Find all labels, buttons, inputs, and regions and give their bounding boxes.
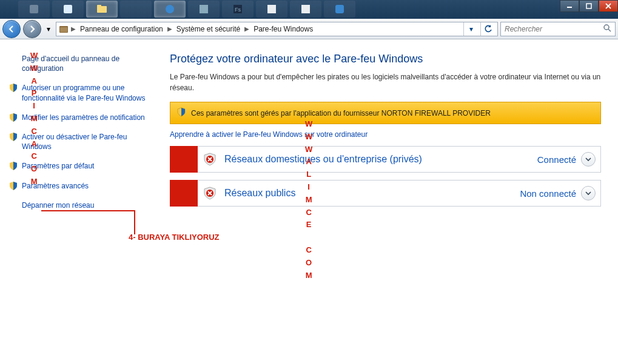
breadcrumb-separator[interactable]: ▶ xyxy=(167,25,172,32)
refresh-button[interactable] xyxy=(480,22,495,36)
address-dropdown[interactable]: ▾ xyxy=(463,22,478,36)
sidebar: Page d'accueil du panneau de configurati… xyxy=(0,39,158,364)
svg-rect-12 xyxy=(586,4,591,8)
svg-line-18 xyxy=(608,29,611,31)
network-color-strip xyxy=(170,146,198,173)
svg-rect-16 xyxy=(60,27,67,32)
taskbar-item[interactable]: Fs xyxy=(222,1,254,18)
window-controls xyxy=(560,0,618,12)
breadcrumb-item[interactable]: Système et sécurité xyxy=(175,24,242,35)
breadcrumb-item[interactable]: Panneau de configuration xyxy=(78,24,165,35)
control-panel-icon xyxy=(59,24,69,34)
breadcrumb-separator[interactable]: ▶ xyxy=(71,25,76,32)
breadcrumb-separator[interactable]: ▶ xyxy=(244,25,249,32)
sidebar-item-label: Paramètres par défaut xyxy=(22,162,94,170)
sidebar-item-label: Autoriser un programme ou une fonctionna… xyxy=(22,84,145,102)
sidebar-item-notification-settings[interactable]: Modifier les paramètres de notification xyxy=(8,110,149,125)
svg-rect-9 xyxy=(301,5,310,13)
network-panel-private[interactable]: Réseaux domestiques ou d'entreprise (pri… xyxy=(170,146,601,173)
svg-rect-3 xyxy=(97,5,101,7)
sidebar-item-advanced-settings[interactable]: Paramètres avancés xyxy=(8,179,149,193)
address-bar[interactable]: ▶ Panneau de configuration ▶ Système et … xyxy=(56,22,498,36)
taskbar-item[interactable] xyxy=(324,1,355,18)
nav-history-dropdown[interactable]: ▾ xyxy=(44,22,53,36)
content-pane: Protégez votre ordinateur avec le Pare-f… xyxy=(158,39,618,364)
network-status: Non connecté xyxy=(515,188,581,199)
network-color-strip xyxy=(170,180,198,207)
maximize-button[interactable] xyxy=(579,0,599,12)
sidebar-item-label: Modifier les paramètres de notification xyxy=(22,113,145,122)
minimize-button[interactable] xyxy=(560,0,579,12)
close-button[interactable] xyxy=(599,0,618,12)
taskbar-running-apps: Fs xyxy=(18,1,355,18)
taskbar-item-explorer[interactable] xyxy=(86,1,118,18)
network-panel-public[interactable]: Réseaux publics Non connecté xyxy=(170,180,601,207)
breadcrumb-item[interactable]: Pare-feu Windows xyxy=(252,24,315,35)
shield-error-icon xyxy=(198,153,222,166)
expand-button[interactable] xyxy=(581,186,596,200)
shield-icon xyxy=(8,113,18,125)
taskbar-item[interactable] xyxy=(18,1,50,18)
network-status: Connecté xyxy=(532,154,581,165)
sidebar-item-default-settings[interactable]: Paramètres par défaut xyxy=(8,159,149,173)
svg-rect-0 xyxy=(30,5,38,13)
sidebar-item-toggle-firewall[interactable]: Activer ou désactiver le Pare-feu Window… xyxy=(8,130,149,154)
learn-more-link[interactable]: Apprendre à activer le Pare-feu Windows … xyxy=(170,130,368,139)
taskbar-item[interactable] xyxy=(52,1,84,18)
sidebar-item-allow-program[interactable]: Autoriser un programme ou une fonctionna… xyxy=(8,81,149,105)
forward-button[interactable] xyxy=(23,20,41,38)
taskbar: Fs xyxy=(0,0,618,19)
alert-text: Ces paramètres sont gérés par l'applicat… xyxy=(191,109,491,117)
expand-button[interactable] xyxy=(581,152,596,167)
svg-point-4 xyxy=(166,5,174,13)
taskbar-item[interactable] xyxy=(154,1,186,18)
svg-rect-5 xyxy=(200,5,208,13)
sidebar-home-link[interactable]: Page d'accueil du panneau de configurati… xyxy=(8,51,149,76)
sidebar-item-troubleshoot[interactable]: Dépanner mon réseau xyxy=(8,198,149,213)
search-icon xyxy=(603,24,611,34)
page-title: Protégez votre ordinateur avec le Pare-f… xyxy=(170,53,601,65)
sidebar-item-label: Activer ou désactiver le Pare-feu Window… xyxy=(22,133,127,151)
svg-rect-8 xyxy=(267,5,276,13)
sidebar-item-label: Dépanner mon réseau xyxy=(22,201,94,210)
taskbar-item[interactable] xyxy=(290,1,321,18)
svg-rect-10 xyxy=(335,5,344,13)
explorer-navbar: ▾ ▶ Panneau de configuration ▶ Système e… xyxy=(0,19,618,39)
svg-rect-1 xyxy=(64,5,72,13)
provider-alert: Ces paramètres sont gérés par l'applicat… xyxy=(170,102,601,124)
shield-icon xyxy=(176,107,186,119)
taskbar-item[interactable] xyxy=(256,1,287,18)
shield-icon xyxy=(8,132,18,144)
shield-icon xyxy=(8,83,18,95)
search-input[interactable] xyxy=(505,25,603,33)
svg-text:Fs: Fs xyxy=(235,7,241,13)
sidebar-item-label: Paramètres avancés xyxy=(22,182,89,190)
page-description: Le Pare-feu Windows a pour but d'empêche… xyxy=(170,71,601,93)
taskbar-item[interactable] xyxy=(120,1,152,18)
svg-point-17 xyxy=(604,25,609,30)
network-label: Réseaux domestiques ou d'entreprise (pri… xyxy=(222,154,532,165)
shield-icon xyxy=(8,161,18,173)
taskbar-item[interactable] xyxy=(188,1,220,18)
search-box[interactable] xyxy=(500,22,616,36)
network-label: Réseaux publics xyxy=(222,188,515,199)
shield-icon xyxy=(8,181,18,193)
back-button[interactable] xyxy=(2,20,21,38)
shield-error-icon xyxy=(198,187,222,200)
